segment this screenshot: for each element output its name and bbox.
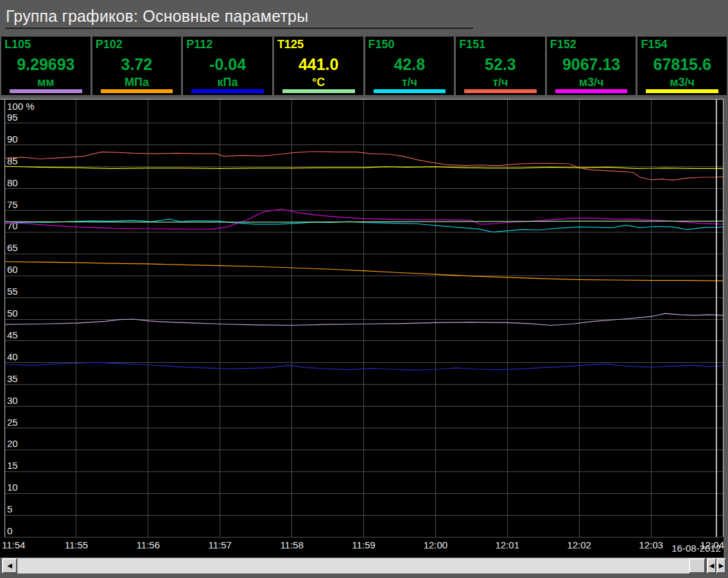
tile-F154[interactable]: F154 67815.6 м3/ч — [637, 37, 727, 95]
trend-chart[interactable]: 100 %95908580757065605550454035302520151… — [0, 99, 728, 557]
tile-value: 3.72 — [92, 55, 182, 74]
page-title: Группа графиков: Основные параметры — [6, 7, 308, 26]
tile-unit: мм — [1, 76, 91, 89]
svg-text:25: 25 — [7, 417, 18, 428]
date-label: 16-08-2012 — [672, 543, 721, 554]
tile-value: 52.3 — [456, 55, 545, 74]
svg-text:85: 85 — [7, 155, 18, 166]
scrollbar-thumb[interactable] — [689, 558, 706, 574]
svg-text:10: 10 — [7, 482, 18, 493]
svg-text:11:54: 11:54 — [2, 539, 25, 550]
svg-text:5: 5 — [7, 504, 12, 514]
tile-tag: P102 — [96, 38, 123, 51]
tile-value: 67815.6 — [637, 55, 727, 74]
svg-text:60: 60 — [7, 264, 18, 275]
title-bar: Группа графиков: Основные параметры — [0, 0, 728, 37]
scroll-step-left-button[interactable]: ◀ — [707, 558, 716, 574]
svg-text:11:56: 11:56 — [137, 539, 160, 550]
right-arrow-icon: ▶ — [719, 563, 724, 569]
svg-text:80: 80 — [7, 177, 18, 188]
tile-tag: L105 — [4, 38, 31, 51]
tile-pen-color-bar — [555, 89, 628, 93]
svg-text:11:58: 11:58 — [280, 539, 303, 550]
tile-P102[interactable]: P102 3.72 МПа — [92, 37, 182, 95]
svg-text:12:00: 12:00 — [424, 539, 448, 550]
scroll-left-button[interactable]: ◀ — [2, 558, 17, 574]
tile-unit: МПа — [92, 76, 182, 89]
tile-tag: F152 — [550, 38, 576, 51]
svg-text:11:55: 11:55 — [65, 539, 88, 550]
tile-L105[interactable]: L105 9.29693 мм — [1, 37, 91, 95]
svg-text:15: 15 — [7, 460, 18, 471]
tile-T125[interactable]: T125 441.0 °C — [274, 37, 363, 95]
tile-value: 441.0 — [274, 55, 363, 74]
tile-tag: F151 — [459, 38, 485, 51]
tile-pen-color-bar — [282, 89, 355, 93]
svg-text:20: 20 — [7, 438, 18, 449]
tile-P112[interactable]: P112 -0.04 кПа — [183, 37, 272, 95]
tile-unit: т/ч — [456, 76, 545, 89]
svg-text:11:57: 11:57 — [208, 539, 231, 550]
svg-text:75: 75 — [7, 199, 18, 210]
tile-unit: т/ч — [365, 76, 455, 89]
parameter-tiles-row: L105 9.29693 мм P102 3.72 МПа P112 -0.04… — [0, 37, 728, 95]
svg-text:70: 70 — [7, 220, 18, 231]
tile-tag: F154 — [641, 38, 667, 51]
svg-text:95: 95 — [7, 112, 18, 123]
tile-unit: м3/ч — [637, 76, 727, 89]
svg-text:12:02: 12:02 — [567, 539, 591, 550]
svg-text:11:59: 11:59 — [352, 539, 375, 550]
tile-pen-color-bar — [374, 89, 446, 93]
trend-plot-area[interactable]: 100 %95908580757065605550454035302520151… — [0, 99, 728, 557]
left-arrow-icon: ◀ — [709, 563, 715, 569]
scrollbar-track[interactable] — [17, 558, 689, 574]
svg-text:35: 35 — [7, 373, 18, 384]
svg-text:65: 65 — [7, 242, 18, 253]
svg-text:12:03: 12:03 — [639, 539, 663, 550]
svg-text:12:01: 12:01 — [496, 539, 520, 550]
tile-value: -0.04 — [183, 55, 272, 74]
svg-text:30: 30 — [7, 395, 18, 406]
title-underline — [5, 28, 473, 29]
svg-text:55: 55 — [7, 286, 18, 297]
tile-tag: F150 — [368, 38, 395, 51]
horizontal-scrollbar[interactable]: ◀ ◀ ▶ — [2, 558, 726, 574]
tile-unit: м3/ч — [547, 76, 636, 89]
tile-pen-color-bar — [191, 89, 264, 93]
tile-tag: T125 — [277, 38, 304, 51]
svg-text:90: 90 — [7, 134, 18, 144]
svg-text:45: 45 — [7, 329, 18, 340]
tile-pen-color-bar — [101, 89, 173, 93]
tile-pen-color-bar — [464, 89, 537, 93]
tile-value: 9.29693 — [1, 55, 91, 74]
left-arrow-icon: ◀ — [7, 563, 12, 569]
svg-text:50: 50 — [7, 308, 18, 319]
tile-F150[interactable]: F150 42.8 т/ч — [365, 37, 455, 95]
scroll-step-right-button[interactable]: ▶ — [716, 558, 726, 574]
tile-tag: P112 — [186, 38, 212, 51]
svg-text:100 %: 100 % — [7, 101, 35, 112]
tile-unit: °C — [274, 76, 363, 89]
tile-pen-color-bar — [646, 89, 718, 93]
tile-F151[interactable]: F151 52.3 т/ч — [456, 37, 545, 95]
svg-text:40: 40 — [7, 351, 18, 362]
svg-text:0: 0 — [7, 525, 12, 536]
tile-value: 42.8 — [365, 55, 455, 74]
tile-F152[interactable]: F152 9067.13 м3/ч — [547, 37, 636, 95]
tile-value: 9067.13 — [547, 55, 636, 74]
tile-unit: кПа — [183, 76, 272, 89]
tile-pen-color-bar — [10, 89, 82, 93]
